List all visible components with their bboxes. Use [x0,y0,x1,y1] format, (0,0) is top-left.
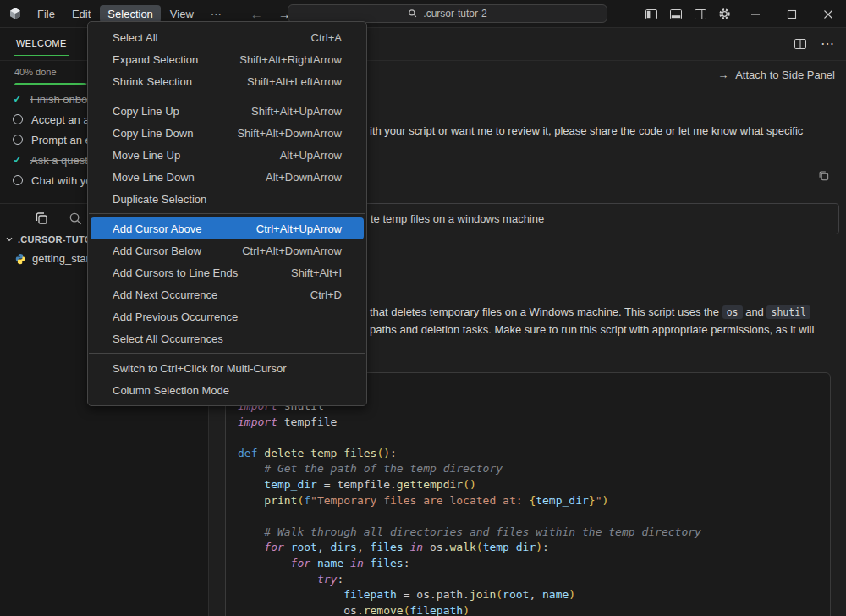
copy-message-icon[interactable] [817,169,830,182]
menu-item-label: Add Cursors to Line Ends [113,267,238,279]
more-actions-icon[interactable]: ⋯ [821,40,834,48]
menu-item-label: Copy Line Down [113,127,193,140]
check-icon: ✓ [12,154,23,166]
menu-item-shortcut: Shift+Alt+UpArrow [251,105,342,118]
menubar-item[interactable]: View [162,5,201,23]
menubar: FileEditSelectionView⋯ [29,5,230,23]
check-icon: ✓ [12,93,23,105]
menubar-item[interactable]: ⋯ [203,5,229,23]
app-logo-icon [8,7,22,20]
quote-text: te temp files on a windows machine [371,212,544,225]
menu-item[interactable]: Column Selection Mode [91,379,364,401]
menu-item-shortcut: Alt+UpArrow [280,149,342,162]
menu-item[interactable]: Shrink SelectionShift+Alt+LeftArrow [91,70,364,92]
split-editor-icon[interactable] [794,37,807,51]
circle-icon [13,175,23,185]
search-icon [408,8,418,19]
code-line: filepath = os.path.join(root, name) [238,587,818,603]
menu-item[interactable]: Select AllCtrl+A [91,26,364,48]
menu-item[interactable]: Switch to Ctrl+Click for Multi-Cursor [91,357,364,379]
explorer-copy-icon[interactable] [31,208,52,228]
menu-item-shortcut: Shift+Alt+RightArrow [239,53,342,66]
app-window: FileEditSelectionView⋯ ← → .cursor-tutor… [0,0,846,616]
history-navigation: ← → [250,7,291,21]
titlebar-controls [639,0,846,28]
checklist-label: Prompt an e [31,134,91,146]
explorer-search-icon[interactable] [65,208,85,228]
settings-gear-icon[interactable] [712,0,737,28]
code-block[interactable]: import shutilimport tempfile def delete_… [225,372,831,616]
progress-fill [14,83,86,85]
paragraph-line-2: paths and deletion tasks. Make sure to r… [370,322,814,338]
menu-item-label: Add Cursor Below [113,245,201,257]
menu-item-shortcut: Shift+Alt+DownArrow [237,127,342,140]
inline-code-os: os [722,305,743,319]
maximize-button[interactable] [773,0,810,28]
menu-separator [89,96,365,96]
code-line: for root, dirs, files in os.walk(temp_di… [238,540,818,556]
paragraph-text: and [743,305,767,318]
menu-separator [89,213,365,214]
menu-item[interactable]: Duplicate Selection [91,188,364,210]
menu-item-shortcut: Shift+Alt+I [291,267,342,279]
toggle-sidebar-right-icon[interactable] [688,0,712,28]
checklist-label: Accept an au [31,113,96,126]
menu-item-shortcut: Ctrl+Alt+UpArrow [256,223,342,235]
circle-icon [13,114,23,124]
minimize-button[interactable] [737,0,773,28]
assistant-paragraph-2: that deletes temporary files on a Window… [370,304,814,338]
menu-item-label: Add Previous Occurrence [113,311,238,323]
explorer-section-header[interactable]: .CURSOR-TUTOR [5,234,99,245]
menu-item[interactable]: Copy Line UpShift+Alt+UpArrow [91,100,364,122]
menu-item-shortcut: Ctrl+D [310,289,342,301]
menu-item-label: Move Line Down [113,171,195,184]
assistant-paragraph-1: ith your script or want me to review it,… [370,124,803,137]
file-name-label: getting_start [32,252,93,265]
menubar-item[interactable]: Selection [100,5,160,23]
arrow-right-icon: → [717,69,728,81]
menu-item-label: Column Selection Mode [113,384,229,397]
paragraph-line-1: that deletes temporary files on a Window… [370,304,814,322]
checklist-label: Ask a questi [30,154,91,167]
menu-item[interactable]: Add Cursor AboveCtrl+Alt+UpArrow [91,217,364,239]
menu-item-shortcut: Shift+Alt+LeftArrow [247,75,342,88]
menu-item-label: Switch to Ctrl+Click for Multi-Cursor [113,362,287,375]
toggle-panel-bottom-icon[interactable] [663,0,688,28]
inline-code-shutil: shutil [766,305,810,319]
code-line: # Get the path of the temp directory [238,461,818,477]
chevron-down-icon [5,235,14,244]
search-value: .cursor-tutor-2 [423,8,486,19]
menu-item[interactable]: Expand SelectionShift+Alt+RightArrow [91,48,364,70]
back-arrow-icon[interactable]: ← [250,7,263,21]
code-line: temp_dir = tempfile.gettempdir() [238,477,818,493]
tab-welcome[interactable]: WELCOME [14,28,69,56]
menu-item[interactable]: Select All Occurrences [91,327,364,349]
menu-item[interactable]: Add Next OccurrenceCtrl+D [91,283,364,305]
menu-item[interactable]: Move Line DownAlt+DownArrow [91,166,364,188]
menu-item[interactable]: Add Cursor BelowCtrl+Alt+DownArrow [91,239,364,261]
code-line: def delete_temp_files(): [238,446,818,462]
menubar-item[interactable]: File [30,5,63,23]
menu-item-label: Shrink Selection [113,75,192,88]
menu-item[interactable]: Add Cursors to Line EndsShift+Alt+I [91,261,364,283]
code-line: # Walk through all directories and files… [238,525,818,541]
menu-item[interactable]: Move Line UpAlt+UpArrow [91,144,364,166]
menu-item-label: Add Cursor Above [113,223,202,235]
menu-item[interactable]: Copy Line DownShift+Alt+DownArrow [91,122,364,144]
menubar-item[interactable]: Edit [64,5,98,23]
code-line: import tempfile [238,415,818,431]
toggle-sidebar-left-icon[interactable] [639,0,663,28]
code-block-content: import shutilimport tempfile def delete_… [226,373,830,616]
attach-label: Attach to Side Panel [735,69,835,81]
circle-icon [13,135,23,145]
menu-item[interactable]: Add Previous Occurrence [91,305,364,327]
paragraph-text: that deletes temporary files on a Window… [370,305,722,318]
command-center-search[interactable]: .cursor-tutor-2 [288,4,607,23]
close-button[interactable] [810,0,846,28]
code-line: for name in files: [238,556,818,572]
menu-item-label: Copy Line Up [113,105,179,118]
selection-menu: Select AllCtrl+AExpand SelectionShift+Al… [87,21,367,406]
code-line [238,430,818,446]
sidebar-icon-row [31,208,85,228]
attach-to-side-panel-link[interactable]: → Attach to Side Panel [717,69,835,81]
